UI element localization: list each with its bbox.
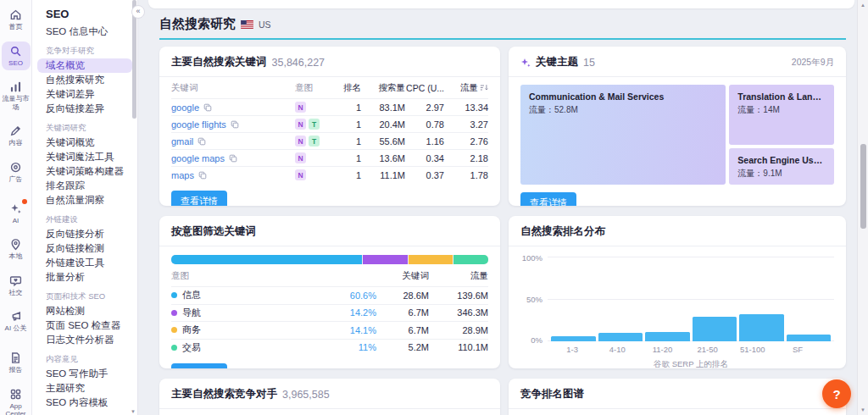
table-row: maps N 1 11.1M 0.37 1.78 [171, 166, 488, 183]
bar-21-50[interactable] [693, 317, 737, 341]
col-keywords: 关键词 [376, 270, 429, 282]
competitive-map-card: 竞争排名图谱 apple.com microsoft.com x.com wik… [509, 379, 846, 415]
scroll-down-icon[interactable]: ▼ [858, 407, 868, 412]
main-scrollbar-thumb[interactable] [860, 144, 866, 229]
sidebar-item-position-tracking[interactable]: 排名跟踪 [37, 179, 132, 193]
keyword-link[interactable]: google maps [171, 153, 225, 163]
rail-item-label: 社交 [9, 289, 23, 297]
sidebar-item-backlink-audit[interactable]: 反向链接检测 [37, 241, 132, 256]
sidebar-item-keyword-overview[interactable]: 关键词概览 [37, 136, 132, 150]
rail-item-traffic-market[interactable]: 流量与市场 [2, 77, 31, 114]
intent-badge-n[interactable]: N [295, 102, 306, 113]
copy-icon[interactable] [203, 103, 212, 112]
table-row: google maps N 1 13.6M 0.34 2.18 [171, 149, 488, 166]
copy-icon[interactable] [229, 154, 237, 163]
bar-4-10[interactable] [598, 333, 643, 341]
sidebar-item-log-file-analyzer[interactable]: 日志文件分析器 [37, 333, 132, 347]
intent-percent-link[interactable]: 14.2% [322, 307, 376, 318]
view-details-button[interactable]: 查看详情 [171, 191, 227, 206]
sidebar-item-site-audit[interactable]: 网站检测 [37, 304, 132, 318]
rail-item-content[interactable]: 内容 [2, 121, 31, 151]
col-traffic[interactable]: 流量 [444, 82, 488, 94]
keyword-link[interactable]: google flights [171, 119, 226, 130]
bar-sf[interactable] [787, 335, 832, 341]
treemap: Communication & Mail Services 流量：52.8M T… [509, 77, 846, 185]
sidebar-item-link-building-tool[interactable]: 外链建设工具 [37, 256, 132, 270]
copy-icon[interactable] [198, 137, 206, 146]
col-cpc[interactable]: CPC (U... [405, 83, 444, 93]
copy-icon[interactable] [198, 171, 207, 180]
intent-badge-n[interactable]: N [295, 119, 306, 130]
sidebar-item-seo-writing-assistant[interactable]: SEO 写作助手 [37, 367, 132, 381]
intent-badge-n[interactable]: N [295, 152, 306, 163]
copy-icon[interactable] [231, 120, 239, 129]
rail-item-ads[interactable]: 广告 [2, 158, 31, 187]
rail-item-home[interactable]: 首页 [2, 5, 31, 35]
col-volume[interactable]: 搜索量 [361, 82, 405, 94]
sidebar-item-keyword-gap[interactable]: 关键词差异 [37, 87, 132, 102]
sidebar-item-bulk-analysis[interactable]: 批量分析 [37, 270, 132, 285]
rail-item-seo[interactable]: SEO [2, 42, 31, 71]
intent-badge-n[interactable]: N [295, 136, 306, 147]
keywords-value: 6.7M [376, 325, 429, 335]
intent-segment-commercial[interactable] [409, 255, 453, 264]
sidebar-item-keyword-magic[interactable]: 关键词魔法工具 [37, 150, 132, 164]
intent-percent-link[interactable]: 11% [322, 342, 376, 352]
rail-item-app-center[interactable]: App Center [2, 385, 31, 415]
x-tick: 21-50 [687, 345, 729, 354]
keyword-link[interactable]: google [171, 102, 199, 113]
col-intent[interactable]: 意图 [295, 82, 336, 94]
sidebar-item-seo-hub[interactable]: SEO 信息中心 [37, 25, 132, 39]
col-keyword[interactable]: 关键词 [171, 82, 295, 94]
position-value: 1 [336, 102, 361, 113]
table-row: 导航 14.2% 6.7M 346.3M [171, 304, 488, 322]
rail-item-ai[interactable]: AI [2, 199, 31, 229]
sidebar-item-keyword-strategy[interactable]: 关键词策略构建器 [37, 164, 132, 179]
intent-badge-t[interactable]: T [309, 136, 320, 147]
intent-segment-informational[interactable] [171, 255, 362, 264]
treemap-block[interactable]: Translation & Language T... 流量：14M [729, 85, 834, 145]
scroll-up-icon[interactable]: ▲ [858, 3, 868, 8]
sort-descending-icon[interactable] [480, 84, 488, 91]
main-scrollbar[interactable]: ▲ ▼ [857, 0, 868, 415]
intent-percent-link[interactable]: 14.1% [322, 325, 376, 335]
col-position[interactable]: 排名 [336, 82, 361, 94]
sidebar-item-organic-research[interactable]: 自然搜索研究 [37, 73, 132, 87]
keyword-link[interactable]: maps [171, 170, 194, 180]
intent-label: 交易 [182, 341, 201, 354]
intent-percent-link[interactable]: 60.6% [322, 290, 376, 301]
treemap-block[interactable]: Communication & Mail Services 流量：52.8M [520, 85, 726, 185]
sidebar-collapse-button[interactable]: « [131, 5, 145, 19]
intent-segment-transactional[interactable] [453, 255, 488, 264]
sidebar-item-domain-overview[interactable]: 域名概览 [37, 58, 132, 73]
sidebar-scroll-down-icon[interactable]: ▼ [131, 409, 136, 414]
traffic-value: 346.3M [429, 307, 488, 318]
sidebar-item-topic-research[interactable]: 主题研究 [37, 381, 132, 396]
position-distribution-chart: 100% 50% 0% 1-3 4-10 11-20 [509, 246, 846, 368]
help-button[interactable]: ? [822, 379, 851, 408]
card-header: 按意图筛选关键词 [159, 216, 500, 246]
view-details-button[interactable]: 查看详情 [520, 192, 576, 206]
card-header: 主要自然搜索关键词 35,846,227 [159, 47, 500, 77]
rail-item-ai-pr[interactable]: AI 公关 [2, 307, 31, 336]
intent-segment-navigational[interactable] [363, 255, 408, 264]
treemap-block[interactable]: Search Engine Usage & T... 流量：9.1M [729, 148, 834, 185]
sidebar-item-backlink-gap[interactable]: 反向链接差异 [37, 102, 132, 116]
view-details-button[interactable]: 查看详情 [171, 363, 227, 368]
intent-badge-t[interactable]: T [309, 119, 320, 130]
intent-badge-n[interactable]: N [295, 169, 306, 180]
keyword-link[interactable]: gmail [171, 136, 193, 147]
notification-dot [22, 199, 27, 204]
bar-11-20[interactable] [645, 332, 690, 341]
sidebar-item-onpage-seo-checker[interactable]: 页面 SEO 检查器 [37, 318, 132, 333]
col-traffic: 流量 [429, 270, 488, 282]
bar-1-3[interactable] [551, 336, 596, 341]
sidebar-item-organic-traffic-insights[interactable]: 自然流量洞察 [37, 193, 132, 208]
region-label[interactable]: US [259, 19, 271, 30]
rail-item-local[interactable]: 本地 [2, 235, 31, 264]
sidebar-item-backlink-analytics[interactable]: 反向链接分析 [37, 227, 132, 241]
bar-51-100[interactable] [739, 314, 784, 341]
rail-item-social[interactable]: 社交 [2, 271, 31, 301]
sidebar-item-seo-content-template[interactable]: SEO 内容模板 [37, 396, 132, 410]
rail-item-reports[interactable]: 报告 [2, 348, 31, 378]
